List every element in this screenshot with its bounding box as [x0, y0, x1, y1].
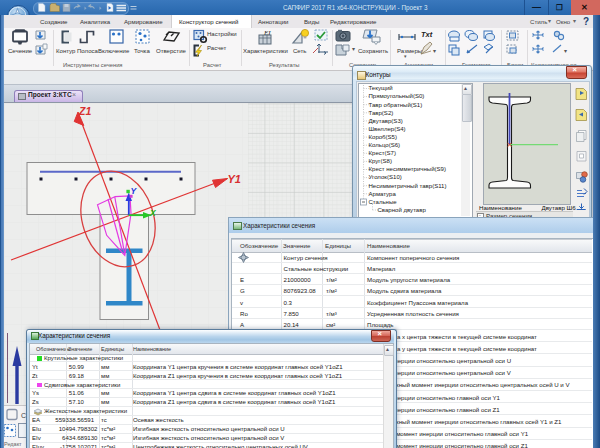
svg-text:▾: ▾ — [433, 48, 436, 54]
svg-text:▾: ▾ — [564, 48, 567, 54]
svg-text:Y1: Y1 — [228, 173, 241, 185]
svg-text:▾: ▾ — [352, 46, 355, 52]
svg-text:Z1: Z1 — [78, 105, 91, 117]
svg-text:Редакт: Редакт — [4, 441, 22, 447]
